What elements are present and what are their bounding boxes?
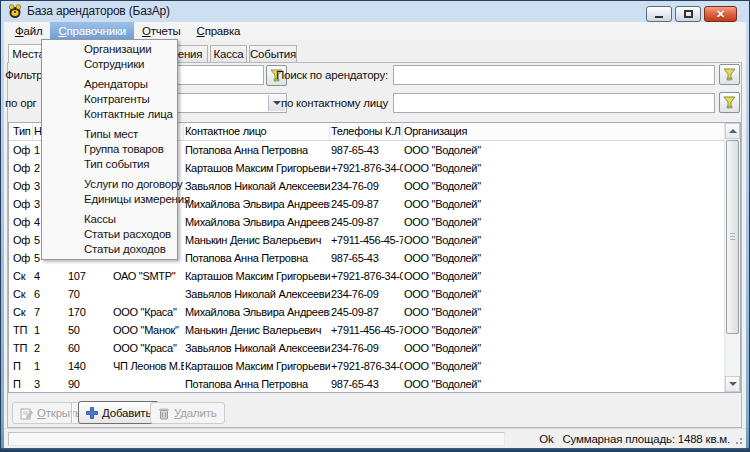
triangle-up-icon <box>729 129 737 133</box>
cell-organization: ООО "Водолей" <box>403 303 724 321</box>
resize-grip[interactable] <box>734 436 743 445</box>
cell-contact: Карташов Максим Григорьевич <box>184 267 330 285</box>
cell-organization: ООО "Водолей" <box>403 321 724 339</box>
menu-item-employees[interactable]: Сотрудники <box>42 57 177 72</box>
cell-type: ТП <box>12 339 33 357</box>
cell-phone: +7921-876-34-09 <box>330 357 403 375</box>
cell-contact: Потапова Анна Петровна <box>184 249 330 267</box>
minimize-button[interactable] <box>646 6 672 22</box>
cell-contact: Завьялов Николай Алексеевич <box>184 177 330 195</box>
menu-item-place-types[interactable]: Типы мест <box>42 127 177 142</box>
scrollbar-thumb[interactable] <box>726 140 739 334</box>
plus-icon <box>86 407 98 419</box>
col-header-organization[interactable]: Организация <box>403 123 724 140</box>
cell-type: Ск <box>12 285 33 303</box>
cell-phone: +7911-456-45-78 <box>330 231 403 249</box>
status-right: Ok Суммарная площадь: 1488 кв.м. <box>539 433 730 445</box>
cell-area: 90 <box>67 375 112 392</box>
window-controls: ✕ <box>646 6 737 22</box>
cell-organization: ООО "Водолей" <box>403 231 724 249</box>
close-button[interactable]: ✕ <box>704 6 737 22</box>
cell-area: 70 <box>67 285 112 303</box>
table-row[interactable]: Ск 7 170 ООО "Краса" Михайлова Эльвира А… <box>12 303 724 321</box>
cell-number: 2 <box>33 339 67 357</box>
contact-search-input[interactable] <box>393 93 715 113</box>
maximize-button[interactable] <box>675 6 701 22</box>
cell-type: Оф <box>12 231 33 249</box>
menu-item-tenants[interactable]: Арендаторы <box>42 77 177 92</box>
delete-button[interactable]: Удалить <box>150 402 225 424</box>
titlebar: База арендаторов (БазАр) ✕ <box>0 0 750 22</box>
menubar: Файл Справочники Отчеты Справка <box>4 22 746 40</box>
menu-item-income-items[interactable]: Статьи доходов <box>42 242 177 257</box>
tab-events[interactable]: События <box>249 45 297 62</box>
menu-item-counterparties[interactable]: Контрагенты <box>42 92 177 107</box>
col-header-contact[interactable]: Контактное лицо <box>184 123 330 140</box>
cell-contact: Завьялов Николай Алексеевич <box>184 339 330 357</box>
cell-tenant: ОАО "SMTP" <box>112 267 184 285</box>
cell-phone: +7921-876-34-09 <box>330 159 403 177</box>
cell-tenant: ООО "Манок" <box>112 321 184 339</box>
menu-item-contact-persons[interactable]: Контактные лица <box>42 107 177 122</box>
scroll-down-button[interactable] <box>725 376 740 392</box>
tenant-search-input[interactable] <box>393 65 715 85</box>
cell-organization: ООО "Водолей" <box>403 195 724 213</box>
cell-contact: Манькин Денис Валерьевич <box>184 231 330 249</box>
menu-item-measurement-units[interactable]: Единицы измерения <box>42 192 177 207</box>
tenant-search-filter-button[interactable] <box>719 64 740 85</box>
status-message-panel <box>8 432 505 446</box>
table-row[interactable]: ТП 1 50 ООО "Манок" Манькин Денис Валерь… <box>12 321 724 339</box>
cell-phone: +7911-456-45-78 <box>330 321 403 339</box>
cell-number: 7 <box>33 303 67 321</box>
cell-organization: ООО "Водолей" <box>403 285 724 303</box>
cell-area: 140 <box>67 357 112 375</box>
table-row[interactable]: ТП 2 60 ООО "Краса" Завьялов Николай Але… <box>12 339 724 357</box>
menu-item-organizations[interactable]: Организации <box>42 42 177 57</box>
cell-type: Оф <box>12 141 33 159</box>
menu-help[interactable]: Справка <box>189 22 249 40</box>
cell-organization: ООО "Водолей" <box>403 267 724 285</box>
cell-number: 4 <box>33 267 67 285</box>
contact-search-filter-button[interactable] <box>719 92 740 113</box>
cell-tenant <box>112 285 184 303</box>
vertical-scrollbar[interactable] <box>724 123 740 392</box>
statusbar: Ok Суммарная площадь: 1488 кв.м. <box>4 428 746 448</box>
cell-phone: 987-65-43 <box>330 375 403 392</box>
menu-reports[interactable]: Отчеты <box>134 22 189 40</box>
cell-tenant: ЧП Леонов М.В. <box>112 357 184 375</box>
menu-item-expense-items[interactable]: Статьи расходов <box>42 227 177 242</box>
delete-button-label: Удалить <box>174 407 217 419</box>
col-header-type[interactable]: Тип <box>12 123 33 140</box>
cell-type: ТП <box>12 321 33 339</box>
cell-organization: ООО "Водолей" <box>403 213 724 231</box>
table-row[interactable]: Ск 4 107 ОАО "SMTP" Карташов Максим Григ… <box>12 267 724 285</box>
cell-organization: ООО "Водолей" <box>403 249 724 267</box>
tab-cashbox[interactable]: Касса <box>210 45 247 62</box>
col-header-phones[interactable]: Телефоны К.Л. <box>330 123 403 140</box>
table-row[interactable]: Ск 6 70 Завьялов Николай Алексеевич 234-… <box>12 285 724 303</box>
maximize-icon <box>684 10 693 18</box>
app-icon <box>7 3 23 19</box>
menu-file[interactable]: Файл <box>7 22 50 40</box>
contact-search-label: по контактному лицу <box>250 97 388 109</box>
cell-organization: ООО "Водолей" <box>403 339 724 357</box>
close-icon: ✕ <box>716 9 725 20</box>
table-row[interactable]: П 1 140 ЧП Леонов М.В. Карташов Максим Г… <box>12 357 724 375</box>
cell-type: Оф <box>12 177 33 195</box>
cell-organization: ООО "Водолей" <box>403 177 724 195</box>
scroll-up-button[interactable] <box>725 123 740 139</box>
table-row[interactable]: П 3 90 Потапова Анна Петровна 987-65-43 … <box>12 375 724 392</box>
add-button-label: Добавить <box>102 407 151 419</box>
menu-item-goods-group[interactable]: Группа товаров <box>42 142 177 157</box>
cell-type: П <box>12 375 33 392</box>
cell-phone: 245-09-87 <box>330 195 403 213</box>
menu-item-cashboxes[interactable]: Кассы <box>42 212 177 227</box>
add-button[interactable]: Добавить <box>78 401 159 424</box>
cell-phone: 245-09-87 <box>330 303 403 321</box>
open-button-label: Открыть <box>37 407 81 419</box>
menu-item-event-type[interactable]: Тип события <box>42 157 177 172</box>
menu-directories[interactable]: Справочники <box>50 22 133 40</box>
menu-item-contract-services[interactable]: Услуги по договору <box>42 177 177 192</box>
cell-contact: Завьялов Николай Алексеевич <box>184 285 330 303</box>
funnel-icon <box>723 68 736 81</box>
